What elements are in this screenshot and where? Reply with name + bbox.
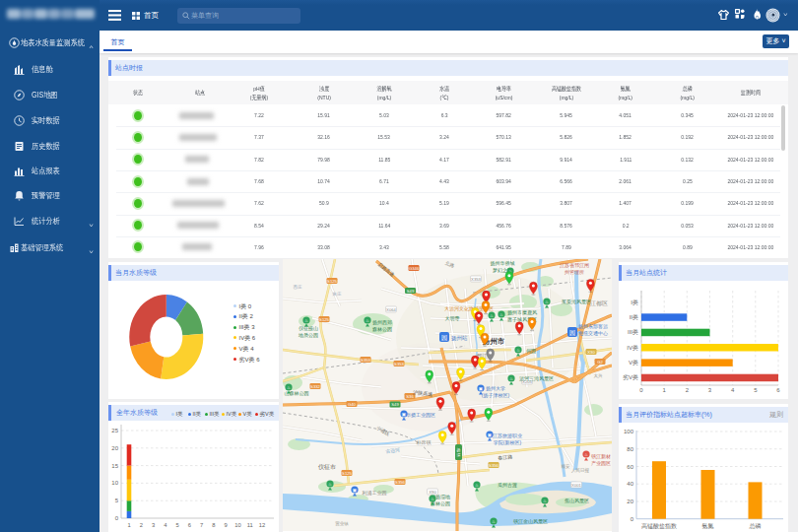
- svg-text:II类: II类: [630, 314, 638, 320]
- svg-text:何园: 何园: [526, 348, 536, 355]
- svg-text:5: 5: [754, 387, 758, 393]
- svg-text:2: 2: [140, 522, 143, 528]
- svg-text:焦山风景区: 焦山风景区: [565, 498, 589, 503]
- svg-text:♨: ♨: [545, 299, 549, 304]
- svg-text:60: 60: [627, 464, 633, 470]
- svg-text:人民日报: 人民日报: [571, 467, 590, 473]
- svg-text:X001: X001: [571, 483, 581, 488]
- svg-text:总磷: 总磷: [749, 523, 762, 529]
- svg-text:X30: X30: [587, 350, 595, 355]
- svg-text:氨氮: 氨氮: [702, 522, 714, 529]
- svg-text:♨: ♨: [304, 318, 308, 323]
- svg-text:100: 100: [624, 429, 634, 434]
- svg-text:茱萸湾风景区: 茱萸湾风景区: [562, 299, 591, 305]
- svg-text:♨: ♨: [492, 519, 496, 524]
- svg-text:江都区: 江都区: [590, 299, 608, 307]
- svg-text:G346: G346: [409, 266, 420, 271]
- svg-text:20: 20: [111, 445, 118, 451]
- svg-text:扬州站: 扬州站: [451, 335, 468, 342]
- svg-text:IV类: IV类: [627, 345, 638, 351]
- svg-text:大明寺: 大明寺: [445, 315, 460, 321]
- svg-text:6: 6: [188, 522, 191, 528]
- svg-text:仪征市: 仪征市: [318, 463, 336, 470]
- svg-text:G40: G40: [348, 402, 357, 407]
- svg-text:▣: ▣: [479, 386, 483, 391]
- svg-text:S49: S49: [407, 289, 415, 294]
- svg-text:劣V类: 劣V类: [623, 374, 638, 381]
- svg-text:8: 8: [212, 522, 215, 528]
- svg-text:S125: S125: [319, 317, 329, 322]
- svg-text:扬州市糜鹿风: 扬州市糜鹿风: [507, 309, 537, 316]
- svg-text:25: 25: [111, 428, 118, 433]
- svg-text:10: 10: [234, 522, 240, 528]
- svg-text:X353: X353: [471, 277, 481, 282]
- svg-text:X064: X064: [386, 307, 396, 312]
- svg-text:园: 园: [441, 335, 447, 342]
- svg-text:G2: G2: [597, 360, 603, 365]
- svg-text:高锰酸盐指数: 高锰酸盐指数: [641, 522, 677, 530]
- svg-text:15: 15: [111, 463, 118, 469]
- svg-text:枢纽交通中心: 枢纽交通中心: [578, 330, 608, 336]
- svg-text:♨: ♨: [328, 482, 332, 487]
- svg-text:♨: ♨: [499, 312, 503, 317]
- svg-text:40: 40: [627, 481, 633, 487]
- svg-text:▣: ▣: [402, 412, 406, 417]
- svg-text:▣: ▣: [353, 488, 357, 493]
- svg-text:园: 园: [569, 330, 575, 337]
- svg-text:♨: ♨: [475, 483, 479, 488]
- svg-text:1: 1: [127, 522, 130, 528]
- svg-text:扬州华侨城: 扬州华侨城: [491, 260, 515, 267]
- svg-text:12: 12: [259, 522, 265, 528]
- svg-text:溧: 溧: [457, 452, 461, 457]
- svg-text:运河三湾风景区: 运河三湾风景区: [519, 375, 554, 382]
- svg-text:11: 11: [247, 522, 253, 528]
- svg-text:0: 0: [115, 515, 119, 521]
- svg-text:♨: ♨: [509, 376, 513, 381]
- svg-text:华摄工业园区: 华摄工业园区: [406, 412, 435, 419]
- svg-text:7: 7: [200, 522, 203, 528]
- svg-text:♨: ♨: [287, 385, 291, 390]
- svg-text:2: 2: [686, 387, 690, 393]
- svg-text:S353: S353: [361, 358, 370, 363]
- svg-text:(扬子津校区): (扬子津校区): [482, 392, 510, 399]
- svg-text:利涌工业园: 利涌工业园: [363, 490, 387, 497]
- svg-text:S125: S125: [327, 279, 337, 284]
- svg-text:顺安: 顺安: [562, 464, 571, 469]
- svg-text:4: 4: [164, 522, 167, 528]
- svg-text:3: 3: [708, 387, 712, 393]
- svg-text:扬州大学: 扬州大学: [486, 385, 505, 392]
- svg-text:5: 5: [175, 522, 178, 528]
- svg-text:S332: S332: [310, 384, 320, 389]
- svg-text:西庄: 西庄: [294, 284, 303, 290]
- svg-text:80: 80: [627, 446, 633, 452]
- svg-text:5: 5: [115, 498, 119, 503]
- svg-text:仪征捺山: 仪征捺山: [299, 325, 318, 332]
- svg-text:S356: S356: [489, 463, 499, 468]
- svg-text:朴席镇: 朴席镇: [416, 439, 432, 445]
- svg-text:9: 9: [225, 522, 228, 528]
- svg-text:瓜州古渡: 瓜州古渡: [498, 482, 517, 489]
- svg-text:♨: ♨: [543, 499, 547, 503]
- svg-text:I类: I类: [631, 299, 638, 305]
- svg-text:地质公园: 地质公园: [298, 332, 318, 339]
- svg-text:产业园区: 产业园区: [591, 460, 611, 467]
- svg-text:江苏旅游职业: 江苏旅游职业: [493, 432, 522, 439]
- svg-text:州管理所: 州管理所: [565, 269, 584, 276]
- svg-text:▣: ▣: [488, 432, 492, 437]
- svg-text:学院(新校区): 学院(新校区): [494, 439, 522, 446]
- svg-text:S125: S125: [342, 471, 352, 476]
- svg-text:III类: III类: [628, 329, 638, 335]
- svg-text:镇江金山风景区: 镇江金山风景区: [513, 518, 548, 525]
- svg-text:0: 0: [639, 387, 643, 393]
- svg-text:森林公园: 森林公园: [372, 326, 392, 333]
- svg-text:大兴: 大兴: [594, 373, 604, 378]
- svg-text:S353: S353: [394, 362, 404, 366]
- svg-text:10: 10: [111, 480, 118, 486]
- svg-text:♨: ♨: [366, 318, 369, 323]
- svg-text:6: 6: [776, 387, 780, 393]
- svg-text:4: 4: [731, 387, 735, 393]
- svg-text:0: 0: [631, 516, 634, 522]
- svg-text:V类: V类: [629, 360, 638, 366]
- svg-text:♨: ♨: [584, 452, 588, 457]
- svg-text:江苏省邗江闸: 江苏省邗江闸: [560, 262, 589, 269]
